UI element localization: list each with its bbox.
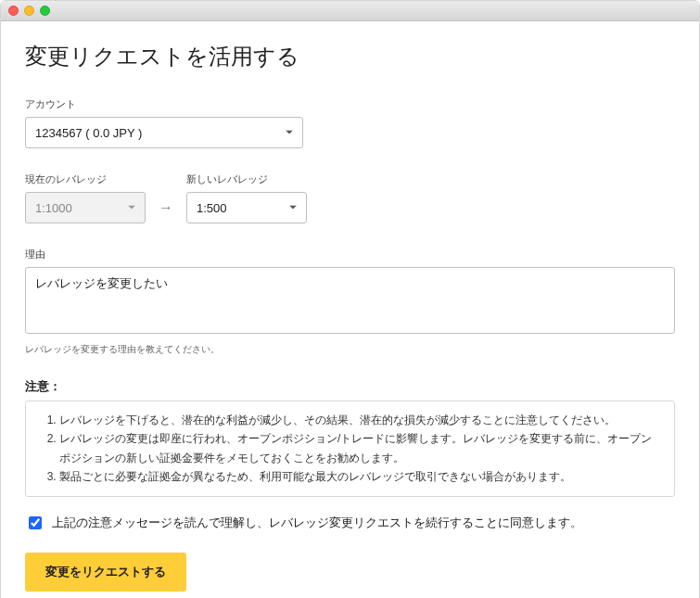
notice-heading: 注意：: [25, 378, 675, 395]
account-selected-value: 1234567 ( 0.0 JPY ): [35, 126, 142, 140]
current-leverage-value: 1:1000: [35, 201, 72, 215]
new-leverage-value: 1:500: [197, 201, 227, 215]
page-title: 変更リクエストを活用する: [25, 42, 675, 71]
account-label: アカウント: [25, 97, 675, 111]
form-content: 変更リクエストを活用する アカウント 1234567 ( 0.0 JPY ) 現…: [1, 21, 699, 598]
consent-text: 上記の注意メッセージを読んで理解し、レバレッジ変更リクエストを続行することに同意…: [52, 515, 582, 531]
leverage-row: 現在のレバレッジ 1:1000 → 新しいレバレッジ 1:500: [25, 172, 675, 223]
submit-button[interactable]: 変更をリクエストする: [25, 553, 186, 592]
arrow-right-icon: →: [159, 192, 173, 223]
window-titlebar: [1, 1, 699, 21]
chevron-down-icon: [128, 206, 135, 210]
notice-item: レバレッジの変更は即座に行われ、オープンポジション/トレードに影響します。レバレ…: [59, 429, 661, 467]
reason-label: 理由: [25, 248, 675, 261]
reason-textarea[interactable]: [25, 267, 675, 334]
consent-row[interactable]: 上記の注意メッセージを読んで理解し、レバレッジ変更リクエストを続行することに同意…: [25, 515, 675, 532]
window-close-button[interactable]: [8, 6, 19, 16]
reason-helper-text: レバレッジを変更する理由を教えてください。: [25, 343, 675, 356]
notice-item: レバレッジを下げると、潜在的な利益が減少し、その結果、潜在的な損失が減少すること…: [59, 411, 661, 429]
notice-item: 製品ごとに必要な証拠金が異なるため、利用可能な最大のレバレッジで取引できない場合…: [59, 467, 661, 486]
notice-box: レバレッジを下げると、潜在的な利益が減少し、その結果、潜在的な損失が減少すること…: [25, 401, 675, 497]
app-window: 変更リクエストを活用する アカウント 1234567 ( 0.0 JPY ) 現…: [0, 0, 700, 598]
current-leverage-label: 現在のレバレッジ: [25, 172, 146, 186]
current-leverage-select: 1:1000: [25, 192, 146, 223]
account-select[interactable]: 1234567 ( 0.0 JPY ): [25, 117, 303, 148]
chevron-down-icon: [286, 131, 293, 135]
notice-list: レバレッジを下げると、潜在的な利益が減少し、その結果、潜在的な損失が減少すること…: [32, 411, 661, 487]
chevron-down-icon: [289, 206, 297, 210]
new-leverage-label: 新しいレバレッジ: [186, 172, 307, 186]
consent-checkbox[interactable]: [29, 516, 42, 529]
new-leverage-select[interactable]: 1:500: [186, 192, 307, 223]
window-minimize-button[interactable]: [24, 6, 34, 16]
window-maximize-button[interactable]: [40, 6, 50, 16]
